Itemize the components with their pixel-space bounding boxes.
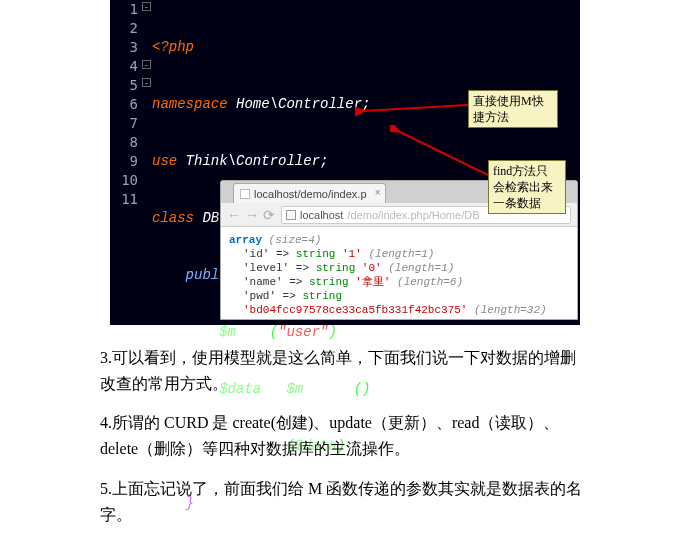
- browser-viewport: array (size=4) 'id' => string '1' (lengt…: [221, 227, 577, 323]
- paragraph-5: 5.上面忘记说了，前面我们给 M 函数传递的参数其实就是数据表的名字。: [100, 476, 590, 528]
- annotation-text: 直接使用M快: [473, 94, 544, 108]
- dump-array: array: [229, 234, 262, 246]
- line-num: 3: [110, 38, 138, 57]
- line-num: 7: [110, 114, 138, 133]
- dump-len: (length=1): [382, 262, 455, 274]
- kw-namespace: namespace: [152, 96, 228, 112]
- page-favicon-icon: [240, 189, 250, 199]
- dump-arrow: =>: [283, 276, 309, 288]
- back-icon[interactable]: ←: [227, 207, 239, 223]
- line-num: 6: [110, 95, 138, 114]
- arrow-icon: [390, 125, 490, 180]
- browser-tab[interactable]: localhost/demo/index.p ×: [233, 183, 386, 203]
- tab-title: localhost/demo/index.p: [254, 188, 367, 200]
- dump-type: string: [309, 276, 349, 288]
- annotation-find-one: find方法只 会检索出来 一条数据: [488, 160, 566, 214]
- annotation-text: 捷方法: [473, 110, 509, 124]
- paren: (: [270, 324, 278, 340]
- dump-len: (length=32): [467, 304, 546, 316]
- annotation-text: 会检索出来: [493, 180, 553, 194]
- fold-icon[interactable]: -: [142, 60, 151, 69]
- svg-line-1: [363, 105, 468, 111]
- paragraph-4: 4.所谓的 CURD 是 create(创建)、update（更新）、read（…: [100, 410, 590, 462]
- dump-arrow: =>: [276, 290, 302, 302]
- svg-line-3: [398, 131, 488, 175]
- line-num: 4: [110, 57, 138, 76]
- annotation-text: find方法只: [493, 164, 548, 178]
- line-gutter: 1 2 3 4 5 6 7 8 9 10 11: [110, 0, 142, 325]
- fold-icon[interactable]: -: [142, 78, 151, 87]
- arrow-icon: [355, 100, 470, 120]
- dump-key: 'level': [243, 262, 289, 274]
- dump-len: (length=1): [362, 248, 435, 260]
- dump-size: (size=4): [262, 234, 321, 246]
- use-path: Think\Controller;: [177, 153, 328, 169]
- dump-key: 'pwd': [243, 290, 276, 302]
- dump-arrow: =>: [269, 248, 295, 260]
- forward-icon[interactable]: →: [245, 207, 257, 223]
- page-icon: [286, 210, 296, 220]
- ns-path: Home\Controller;: [228, 96, 371, 112]
- fold-icon[interactable]: -: [142, 2, 151, 11]
- dump-value: '0': [355, 262, 381, 274]
- var-m: $m: [219, 324, 236, 340]
- php-open-tag: <?php: [152, 39, 194, 55]
- semi: ;: [337, 324, 345, 340]
- reload-icon[interactable]: ⟳: [263, 207, 275, 223]
- line-num: 1: [110, 0, 138, 19]
- paragraph-3: 3.可以看到，使用模型就是这么简单，下面我们说一下对数据的增删改查的常用方式。: [100, 345, 590, 397]
- line-num: 11: [110, 190, 138, 209]
- annotation-text: 一条数据: [493, 196, 541, 210]
- close-icon[interactable]: ×: [375, 187, 381, 198]
- line-num: 8: [110, 133, 138, 152]
- url-host: localhost: [300, 209, 343, 221]
- dump-value: 'bd04fcc97578ce33ca5fb331f42bc375': [243, 304, 467, 316]
- dump-value: '拿里': [349, 276, 391, 288]
- paren: ): [328, 324, 336, 340]
- kw-class: class: [152, 210, 194, 226]
- dump-type: string: [296, 248, 336, 260]
- kw-use: use: [152, 153, 177, 169]
- annotation-m-shortcut: 直接使用M快 捷方法: [468, 90, 558, 128]
- url-path: /demo/index.php/Home/DB: [347, 209, 479, 221]
- dump-type: string: [302, 290, 342, 302]
- dump-value: '1': [335, 248, 361, 260]
- dump-key: 'id': [243, 248, 269, 260]
- line-num: 5: [110, 76, 138, 95]
- dump-arrow: =>: [289, 262, 315, 274]
- line-num: 2: [110, 19, 138, 38]
- line-num: 10: [110, 171, 138, 190]
- fn-M: M: [261, 324, 269, 340]
- str-user: "user": [278, 324, 328, 340]
- op-eq: =: [236, 324, 261, 340]
- fold-column: - - -: [142, 0, 152, 325]
- line-num: 9: [110, 152, 138, 171]
- dump-key: 'name': [243, 276, 283, 288]
- dump-len: (length=6): [390, 276, 463, 288]
- dump-type: string: [316, 262, 356, 274]
